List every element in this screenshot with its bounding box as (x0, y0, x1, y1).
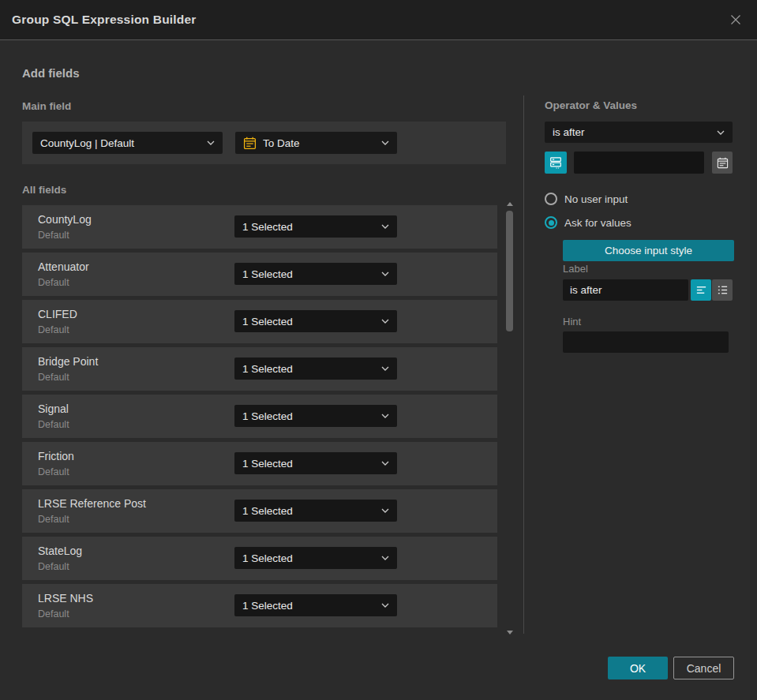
field-selection-value: 1 Selected (242, 268, 375, 280)
panel-divider (523, 95, 524, 634)
dialog-header: Group SQL Expression Builder (0, 0, 757, 40)
field-subtitle: Default (38, 466, 69, 477)
stack-values-icon (549, 156, 562, 169)
field-selection-dropdown[interactable]: 1 Selected (234, 500, 397, 522)
field-selection-dropdown[interactable]: 1 Selected (234, 357, 397, 380)
field-selection-dropdown[interactable]: 1 Selected (234, 547, 397, 569)
field-selection-value: 1 Selected (242, 505, 375, 517)
input-style-list-button[interactable] (712, 279, 733, 301)
field-selection-dropdown[interactable]: 1 Selected (234, 215, 397, 238)
scrollbar-thumb[interactable] (506, 211, 513, 331)
calendar-icon (243, 137, 257, 150)
chevron-down-icon (381, 414, 389, 418)
field-name: Attenuator (38, 260, 89, 273)
field-row: LRSE NHS Default 1 Selected (22, 584, 497, 627)
main-field-heading: Main field (22, 100, 71, 112)
operator-values-heading: Operator & Values (545, 99, 733, 111)
add-fields-heading: Add fields (22, 66, 80, 80)
date-picker-button[interactable] (712, 152, 733, 174)
field-row: StateLog Default 1 Selected (22, 537, 497, 580)
field-subtitle: Default (38, 514, 69, 525)
field-name: LRSE NHS (38, 592, 93, 605)
cancel-button[interactable]: Cancel (673, 657, 734, 679)
calendar-icon (717, 157, 729, 169)
radio-unselected-icon (545, 193, 557, 205)
chevron-down-icon (381, 366, 389, 371)
field-row: LRSE Reference Post Default 1 Selected (22, 489, 497, 533)
main-field-select-value: CountyLog | Default (40, 137, 200, 149)
field-row: Friction Default 1 Selected (22, 442, 497, 485)
chevron-down-icon (717, 130, 725, 135)
field-subtitle: Default (38, 324, 69, 335)
field-row: CLIFED Default 1 Selected (22, 300, 497, 343)
field-selection-value: 1 Selected (242, 316, 375, 328)
field-selection-dropdown[interactable]: 1 Selected (234, 263, 397, 285)
value-type-button[interactable] (545, 152, 567, 174)
input-style-single-line-button[interactable] (691, 279, 711, 301)
chevron-down-icon (381, 603, 389, 608)
field-subtitle: Default (38, 277, 69, 288)
field-selection-value: 1 Selected (242, 363, 375, 375)
field-row: CountyLog Default 1 Selected (22, 205, 497, 249)
chevron-down-icon (381, 319, 389, 324)
chevron-down-icon (381, 461, 389, 466)
field-selection-dropdown[interactable]: 1 Selected (234, 310, 397, 332)
value-input-row (545, 152, 733, 174)
radio-selected-icon (545, 216, 557, 229)
field-name: StateLog (38, 545, 82, 557)
close-icon[interactable] (729, 13, 743, 27)
chevron-down-icon (207, 140, 215, 145)
label-input-row (563, 279, 733, 301)
date-type-select-value: To Date (263, 137, 375, 149)
field-row: Attenuator Default 1 Selected (22, 253, 497, 296)
chevron-down-icon (381, 556, 389, 560)
all-fields-heading: All fields (22, 184, 66, 196)
field-name: CountyLog (38, 213, 92, 226)
field-row: Signal Default 1 Selected (22, 395, 497, 438)
field-selection-dropdown[interactable]: 1 Selected (234, 594, 397, 616)
list-scrollbar[interactable] (506, 200, 513, 636)
label-input[interactable] (563, 279, 688, 301)
radio-no-user-input-label: No user input (564, 193, 628, 205)
field-name: LRSE Reference Post (38, 497, 146, 510)
list-icon (717, 284, 729, 296)
chevron-down-icon (381, 271, 389, 276)
field-selection-value: 1 Selected (242, 410, 375, 422)
ok-button[interactable]: OK (608, 657, 668, 679)
dialog-title: Group SQL Expression Builder (12, 13, 197, 27)
chevron-down-icon (381, 140, 389, 145)
field-selection-dropdown[interactable]: 1 Selected (234, 405, 397, 427)
hint-heading: Hint (563, 316, 581, 328)
chevron-down-icon (381, 224, 389, 229)
main-field-select[interactable]: CountyLog | Default (32, 132, 223, 154)
field-subtitle: Default (38, 419, 69, 430)
group-sql-expression-builder-dialog: Group SQL Expression Builder Add fields … (0, 0, 757, 700)
label-heading: Label (563, 263, 588, 275)
operator-values-panel: Operator & Values is after (545, 95, 733, 111)
radio-ask-for-values[interactable]: Ask for values (545, 216, 631, 229)
field-name: Signal (38, 402, 69, 415)
value-input[interactable] (574, 152, 704, 174)
all-fields-list: CountyLog Default 1 Selected Attenuator … (22, 205, 497, 631)
date-type-select[interactable]: To Date (235, 132, 397, 154)
field-name: Bridge Point (38, 355, 98, 368)
operator-select[interactable]: is after (545, 122, 733, 143)
main-field-band: CountyLog | Default To Date (22, 122, 506, 164)
radio-no-user-input[interactable]: No user input (545, 193, 628, 205)
scroll-up-arrow-icon[interactable] (507, 202, 513, 206)
field-subtitle: Default (38, 372, 69, 383)
chevron-down-icon (381, 508, 389, 513)
choose-input-style-button[interactable]: Choose input style (563, 240, 734, 261)
field-subtitle: Default (38, 608, 69, 620)
field-name: Friction (38, 450, 74, 462)
field-selection-value: 1 Selected (242, 600, 375, 612)
field-selection-value: 1 Selected (242, 458, 375, 470)
scroll-down-arrow-icon[interactable] (507, 631, 513, 634)
field-selection-value: 1 Selected (242, 221, 375, 233)
field-subtitle: Default (38, 230, 69, 241)
field-row: Bridge Point Default 1 Selected (22, 347, 497, 391)
align-left-icon (695, 284, 707, 296)
hint-input[interactable] (563, 331, 729, 353)
operator-select-value: is after (553, 126, 710, 138)
field-selection-dropdown[interactable]: 1 Selected (234, 452, 397, 474)
